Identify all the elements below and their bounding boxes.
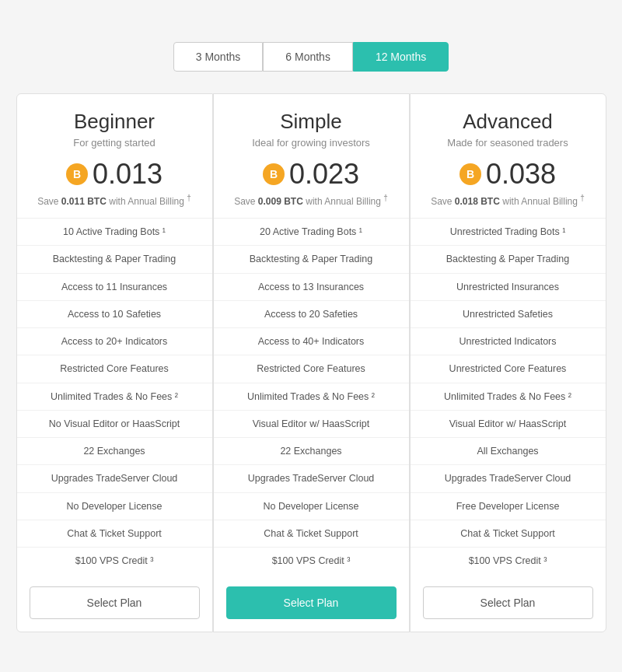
plan-price-value-advanced: 0.038 [486,158,556,191]
feature-row: Chat & Ticket Support [411,520,606,548]
feature-row: Unrestricted Trading Bots ¹ [411,219,606,246]
plan-header-beginner: BeginnerFor getting startedB0.013Save 0.… [17,94,212,219]
feature-row: No Visual Editor or HaasScript [17,411,212,438]
feature-row: Chat & Ticket Support [17,520,212,548]
features-list-advanced: Unrestricted Trading Bots ¹Backtesting &… [411,219,606,574]
plan-card-beginner: BeginnerFor getting startedB0.013Save 0.… [16,93,213,632]
feature-row: Unlimited Trades & No Fees ² [214,383,409,411]
tab-12-months[interactable]: 12 Months [353,42,449,72]
feature-row: Visual Editor w/ HaasScript [411,411,606,438]
feature-row: Access to 20 Safeties [214,301,409,328]
plan-price-row-beginner: B0.013 [30,158,200,191]
feature-row: Access to 20+ Indicators [17,328,212,355]
feature-row: All Exchanges [411,438,606,465]
feature-row: Restricted Core Features [214,355,409,383]
feature-row: Backtesting & Paper Trading [214,246,409,273]
plan-price-row-advanced: B0.038 [423,158,593,191]
feature-row: Unrestricted Core Features [411,355,606,383]
plan-name-beginner: Beginner [30,110,200,134]
feature-row: Upgrades TradeServer Cloud [214,465,409,492]
plan-name-simple: Simple [226,110,397,134]
features-list-simple: 20 Active Trading Bots ¹Backtesting & Pa… [214,219,409,574]
feature-row: Unrestricted Safeties [411,301,606,328]
tab-6-months[interactable]: 6 Months [263,42,353,72]
feature-row: Access to 11 Insurances [17,274,212,301]
feature-row: Access to 40+ Indicators [214,328,409,355]
feature-row: Upgrades TradeServer Cloud [17,465,212,492]
feature-row: Unlimited Trades & No Fees ² [411,383,606,411]
feature-row: Free Developer License [411,493,606,520]
feature-row: 10 Active Trading Bots ¹ [17,219,212,246]
feature-row: Unlimited Trades & No Fees ² [17,383,212,411]
feature-row: Unrestricted Insurances [411,274,606,301]
plan-card-simple: SimpleIdeal for growing investorsB0.023S… [213,93,410,632]
btc-icon-simple: B [263,163,285,185]
select-plan-button-simple[interactable]: Select Plan [226,586,397,619]
plan-footer-beginner: Select Plan [17,574,212,632]
feature-row: 22 Exchanges [17,438,212,465]
feature-row: Restricted Core Features [17,355,212,383]
tab-3-months[interactable]: 3 Months [173,42,264,72]
plan-price-value-simple: 0.023 [289,158,359,191]
feature-row: Chat & Ticket Support [214,520,409,548]
billing-period-tabs: 3 Months6 Months12 Months [16,42,606,72]
feature-row: Visual Editor w/ HaasScript [214,411,409,438]
plan-footer-advanced: Select Plan [411,574,606,632]
plan-price-row-simple: B0.023 [226,158,397,191]
feature-row: 20 Active Trading Bots ¹ [214,219,409,246]
plan-footer-simple: Select Plan [214,574,409,632]
plan-desc-beginner: For getting started [30,137,200,149]
feature-row: Access to 10 Safeties [17,301,212,328]
plan-header-simple: SimpleIdeal for growing investorsB0.023S… [214,94,409,219]
plan-name-advanced: Advanced [423,110,593,134]
plan-save-advanced: Save 0.018 BTC with Annual Billing † [423,194,593,207]
plan-desc-simple: Ideal for growing investors [226,137,397,149]
feature-row: $100 VPS Credit ³ [411,548,606,574]
feature-row: Backtesting & Paper Trading [17,246,212,273]
feature-row: $100 VPS Credit ³ [214,548,409,574]
plan-card-advanced: AdvancedMade for seasoned tradersB0.038S… [410,93,606,632]
plan-desc-advanced: Made for seasoned traders [423,137,593,149]
feature-row: Unrestricted Indicators [411,328,606,355]
features-list-beginner: 10 Active Trading Bots ¹Backtesting & Pa… [17,219,212,574]
feature-row: Backtesting & Paper Trading [411,246,606,273]
plan-header-advanced: AdvancedMade for seasoned tradersB0.038S… [411,94,606,219]
feature-row: Upgrades TradeServer Cloud [411,465,606,492]
plan-save-simple: Save 0.009 BTC with Annual Billing † [226,194,397,207]
select-plan-button-beginner[interactable]: Select Plan [30,586,200,619]
btc-icon-beginner: B [66,163,88,185]
btc-icon-advanced: B [460,163,481,185]
feature-row: No Developer License [17,493,212,520]
plan-save-beginner: Save 0.011 BTC with Annual Billing † [30,194,200,207]
plan-price-value-beginner: 0.013 [93,158,162,191]
feature-row: 22 Exchanges [214,438,409,465]
select-plan-button-advanced[interactable]: Select Plan [423,586,593,619]
feature-row: $100 VPS Credit ³ [17,548,212,574]
feature-row: Access to 13 Insurances [214,274,409,301]
feature-row: No Developer License [214,493,409,520]
plans-container: BeginnerFor getting startedB0.013Save 0.… [16,93,606,632]
